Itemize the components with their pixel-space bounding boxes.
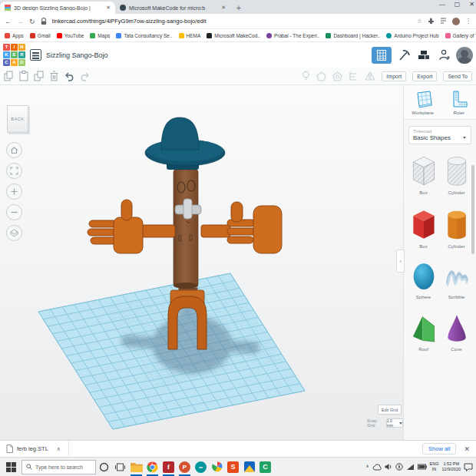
battery-icon[interactable] <box>418 464 427 470</box>
bookmark-item[interactable]: YouTube <box>57 33 84 38</box>
language-indicator[interactable]: ENGIN <box>430 461 439 472</box>
network-icon[interactable] <box>406 464 415 471</box>
bookmark-item[interactable]: Gmail <box>30 33 51 38</box>
export-button[interactable]: Export <box>412 71 437 81</box>
show-all-bulb-icon[interactable] <box>302 71 310 81</box>
bookmark-item[interactable]: Gallery of Things | T.. <box>445 33 476 38</box>
duplicate-icon[interactable] <box>34 71 45 81</box>
ungroup-icon[interactable] <box>332 71 342 81</box>
arduino-button[interactable]: ∞ <box>193 458 209 476</box>
design-menu-icon[interactable] <box>30 49 41 61</box>
pinwheel-app-button[interactable] <box>209 458 225 476</box>
bookmark-item[interactable]: Apps <box>5 33 24 38</box>
shape-sphere[interactable]: Sphere <box>407 261 440 299</box>
panel-collapse-handle[interactable]: › <box>396 250 405 273</box>
workplane-tool[interactable]: Workplane <box>412 90 434 115</box>
bookmark-item[interactable]: Dashboard | Hacker.. <box>326 33 380 38</box>
close-shelf-icon[interactable]: ✕ <box>464 445 470 453</box>
perspective-toggle-button[interactable] <box>6 225 22 241</box>
reading-list-icon[interactable] <box>440 18 447 25</box>
edit-grid-button[interactable]: Edit Grid <box>378 405 402 415</box>
bricks-icon[interactable] <box>416 48 431 63</box>
bookmark-item[interactable]: Prabal - The Experi.. <box>266 33 320 38</box>
tinkercad-logo[interactable]: TIN KER CAD <box>3 44 25 66</box>
shape-box-transparent[interactable]: Box <box>407 154 440 195</box>
panel-scrollbar[interactable] <box>471 165 474 254</box>
extension-icon[interactable] <box>428 18 435 25</box>
download-item[interactable]: ferb leg.STL ∧ <box>6 441 69 457</box>
shape-category-dropdown[interactable]: Tinkercad Basic Shapes <box>408 126 471 144</box>
zoom-in-button[interactable] <box>6 183 22 200</box>
align-icon[interactable] <box>349 71 359 81</box>
back-icon[interactable]: ← <box>5 18 12 25</box>
vscode-button[interactable] <box>241 458 257 476</box>
fit-view-button[interactable] <box>6 163 22 179</box>
shape-scribble[interactable]: Scribble <box>440 261 473 299</box>
flip-icon[interactable] <box>365 71 375 81</box>
file-explorer-button[interactable] <box>128 458 144 476</box>
tab-makecode[interactable]: Microsoft MakeCode for micro:b ✕ <box>115 2 230 14</box>
sublime-button[interactable]: S <box>225 458 241 476</box>
tray-expand-chevron[interactable]: ∧ <box>366 464 369 469</box>
app-f-button[interactable]: f <box>160 458 177 476</box>
onedrive-icon[interactable] <box>372 464 382 471</box>
action-center-icon[interactable] <box>464 463 473 471</box>
volume-icon[interactable] <box>385 463 392 471</box>
paste-icon[interactable] <box>19 71 28 81</box>
app-c-button[interactable]: C <box>257 458 273 476</box>
bookmark-star-icon[interactable]: ☆ <box>417 18 422 25</box>
share-icon[interactable] <box>436 48 451 63</box>
download-menu-caret[interactable]: ∧ <box>57 446 61 452</box>
bookmark-item[interactable]: Maps <box>90 33 110 38</box>
window-maximize-button[interactable]: ▢ <box>455 1 461 8</box>
new-tab-button[interactable]: + <box>236 4 241 12</box>
chrome-button[interactable] <box>144 458 160 476</box>
show-all-downloads-button[interactable]: Show all <box>422 443 456 455</box>
shape-roof[interactable]: Roof <box>407 312 440 352</box>
chrome-menu-icon[interactable]: ⋮ <box>465 18 471 25</box>
shape-cone[interactable]: Cone <box>440 312 473 352</box>
bookmark-item[interactable]: HEMA <box>179 33 201 38</box>
url-text[interactable]: tinkercad.com/things/4iPFyG9m7ow-sizzlin… <box>52 18 412 25</box>
view-3d-button[interactable] <box>372 47 392 64</box>
import-button[interactable]: Import <box>382 71 406 81</box>
bookmark-item[interactable]: Tata Consultancy Se.. <box>116 33 172 38</box>
browser-profile-avatar[interactable] <box>452 18 460 25</box>
redo-icon[interactable] <box>80 71 91 81</box>
tab-tinkercad[interactable]: 3D design Sizzling Sango-Bojo | ✕ <box>0 2 115 14</box>
undo-icon[interactable] <box>64 71 74 81</box>
bluetooth-icon[interactable] <box>395 463 403 471</box>
shape-box-red[interactable]: Box <box>407 207 440 249</box>
delete-icon[interactable] <box>50 71 58 81</box>
ruler-tool[interactable]: Ruler <box>450 90 468 115</box>
design-title[interactable]: Sizzling Sango-Bojo <box>46 51 372 59</box>
view-cube[interactable]: BACK <box>7 105 28 133</box>
group-icon[interactable] <box>316 71 326 81</box>
blocks-pickaxe-icon[interactable] <box>396 48 412 63</box>
zoom-out-button[interactable] <box>6 204 22 220</box>
snap-grid-dropdown[interactable]: 1.0 mm <box>386 418 403 428</box>
design-canvas[interactable]: BACK Edit Grid Snap Grid 1.0 mm <box>0 85 403 440</box>
forward-icon[interactable]: → <box>17 18 24 25</box>
reload-icon[interactable]: ↻ <box>29 18 35 25</box>
cortana-button[interactable] <box>96 458 112 476</box>
bookmark-item[interactable]: Arduino Project Hub <box>386 33 438 38</box>
task-view-button[interactable] <box>112 458 128 476</box>
shape-cylinder-orange[interactable]: Cylinder <box>440 207 473 249</box>
powerpoint-button[interactable]: P <box>177 458 193 476</box>
profile-avatar[interactable] <box>456 47 473 64</box>
model-body[interactable] <box>174 170 201 289</box>
model-hat[interactable] <box>145 117 225 170</box>
send-to-button[interactable]: Send To <box>443 71 472 81</box>
shape-cylinder-transparent[interactable]: Cylinder <box>440 154 473 195</box>
start-button[interactable] <box>6 462 16 472</box>
tab-close-icon[interactable]: ✕ <box>106 5 111 11</box>
bookmark-item[interactable]: Microsoft MakeCod.. <box>207 33 260 38</box>
window-close-button[interactable]: ✕ <box>469 1 474 8</box>
clock[interactable]: 1:52 PM12/9/2020 <box>442 461 461 472</box>
taskbar-search-input[interactable]: Type here to search <box>21 460 96 474</box>
home-view-button[interactable] <box>6 142 22 158</box>
copy-icon[interactable] <box>4 71 14 81</box>
tab-close-icon[interactable]: ✕ <box>221 5 226 11</box>
window-minimize-button[interactable]: — <box>439 1 445 8</box>
